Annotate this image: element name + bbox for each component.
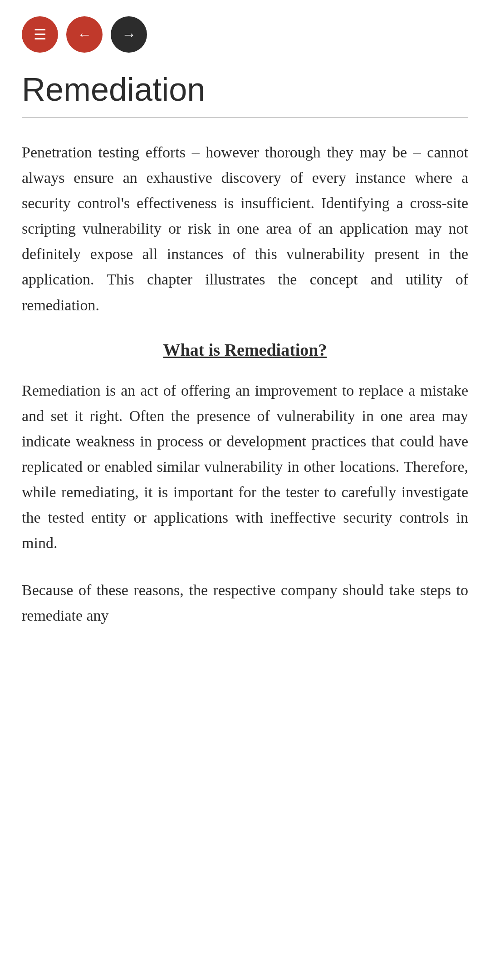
back-button[interactable]: ← bbox=[66, 16, 103, 53]
back-arrow-icon: ← bbox=[77, 26, 92, 43]
forward-button[interactable]: → bbox=[111, 16, 147, 53]
forward-arrow-icon: → bbox=[122, 26, 136, 43]
menu-icon: ☰ bbox=[34, 26, 47, 43]
remediation-reasons-paragraph: Because of these reasons, the respective… bbox=[22, 578, 468, 628]
page-title: Remediation bbox=[22, 71, 468, 108]
top-navigation: ☰ ← → bbox=[0, 0, 490, 64]
menu-button[interactable]: ☰ bbox=[22, 16, 58, 53]
title-divider bbox=[22, 117, 468, 118]
section-heading-remediation: What is Remediation? bbox=[22, 340, 468, 360]
main-content: Remediation Penetration testing efforts … bbox=[0, 64, 490, 672]
remediation-definition-paragraph: Remediation is an act of offering an imp… bbox=[22, 378, 468, 556]
intro-paragraph: Penetration testing efforts – however th… bbox=[22, 140, 468, 318]
